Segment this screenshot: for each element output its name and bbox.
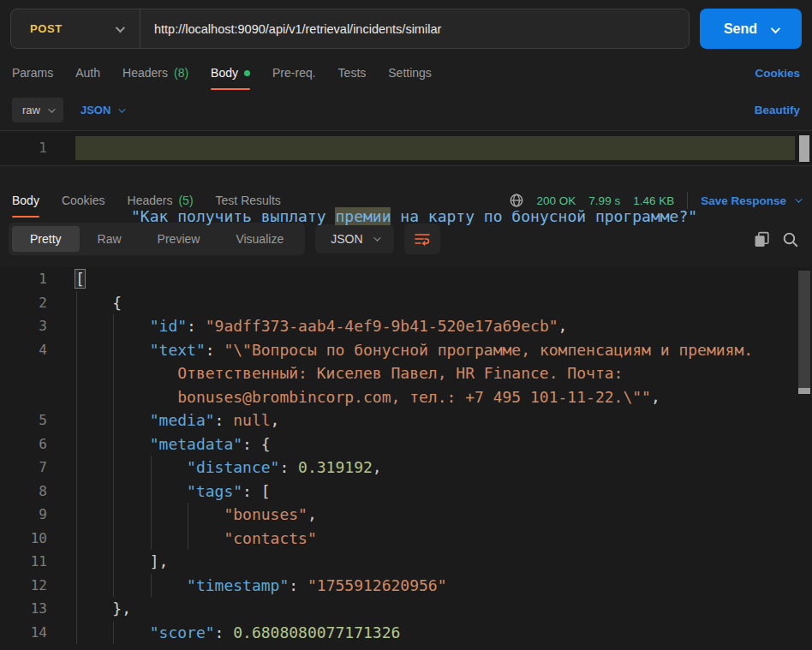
line-number xyxy=(0,385,75,409)
code-line: 14 "score": 0.6808080077171326 xyxy=(0,621,812,645)
tab-test-results[interactable]: Test Results xyxy=(216,183,281,218)
code-line: 9 "bonuses", xyxy=(0,503,812,527)
green-dot-icon xyxy=(244,70,250,76)
tab-body[interactable]: Body xyxy=(211,56,250,90)
chevron-down-icon xyxy=(373,234,380,241)
body-format-dropdown[interactable]: JSON xyxy=(81,104,123,116)
cookies-link[interactable]: Cookies xyxy=(755,67,800,80)
code-text: "timestamp": "1755912620956" xyxy=(75,574,812,598)
line-number: 5 xyxy=(0,408,75,432)
line-number: 1 xyxy=(0,267,75,291)
code-text: "id": "9adff373-aab4-4ef9-9b41-520e17a69… xyxy=(75,314,812,338)
code-text: "score": 0.6808080077171326 xyxy=(75,621,812,645)
save-response-button[interactable]: Save Response xyxy=(701,194,800,207)
tab-params[interactable]: Params xyxy=(12,56,53,90)
chevron-down-icon xyxy=(116,22,125,32)
send-label: Send xyxy=(724,21,757,37)
tab-label: Headers xyxy=(128,194,173,207)
chevron-down-icon xyxy=(795,195,802,202)
tab-response-body[interactable]: Body xyxy=(12,183,39,218)
code-line: bonuses@brombincorp.com, тел.: +7 495 10… xyxy=(0,385,812,409)
tab-label: Headers xyxy=(122,66,168,80)
chevron-down-icon xyxy=(48,105,55,112)
tab-label: Settings xyxy=(388,66,432,80)
tab-label: Body xyxy=(12,194,39,207)
response-scrollbar[interactable] xyxy=(798,267,810,650)
line-number: 7 xyxy=(0,456,75,480)
line-number: 12 xyxy=(0,574,75,598)
code-text: "text": "\"Вопросы по бонусной программе… xyxy=(75,338,812,362)
code-text: "contacts" xyxy=(75,527,812,551)
code-line: 1[ xyxy=(0,267,812,291)
line-number: 10 xyxy=(0,527,75,551)
code-text: ], xyxy=(75,550,812,574)
request-body-editor[interactable]: 1 "Как получить выплату премии на карту … xyxy=(0,130,812,166)
tab-auth[interactable]: Auth xyxy=(75,56,100,90)
code-line: 4 "text": "\"Вопросы по бонусной програм… xyxy=(0,338,812,362)
tab-response-cookies[interactable]: Cookies xyxy=(62,183,105,218)
method-selector[interactable]: POST xyxy=(11,9,140,48)
response-format-label: JSON xyxy=(331,232,362,246)
send-button[interactable]: Send xyxy=(700,9,802,49)
url-container: POST xyxy=(10,9,690,49)
tab-headers[interactable]: Headers (8) xyxy=(122,56,188,90)
code-text: { xyxy=(75,291,812,315)
copy-icon[interactable] xyxy=(754,231,770,247)
method-label: POST xyxy=(30,22,63,35)
code-text: bonuses@brombincorp.com, тел.: +7 495 10… xyxy=(75,385,812,409)
headers-count: (8) xyxy=(174,66,188,80)
chevron-down-icon xyxy=(771,23,780,33)
line-number: 9 xyxy=(0,503,75,527)
line-number: 11 xyxy=(0,550,75,574)
tab-label: Pre-req. xyxy=(272,66,316,80)
body-type-row: raw JSON Beautify xyxy=(0,90,812,130)
body-format-label: JSON xyxy=(81,104,110,116)
code-text: Ответственный: Киселев Павел, HR Finance… xyxy=(75,361,812,385)
response-code[interactable]: 1[2 {3 "id": "9adff373-aab4-4ef9-9b41-52… xyxy=(0,267,812,644)
request-body-line: "Как получить выплату премии на карту по… xyxy=(75,131,812,165)
tab-response-headers[interactable]: Headers (5) xyxy=(128,183,194,218)
code-text: "bonuses", xyxy=(75,503,812,527)
editor-scrollbar[interactable] xyxy=(799,135,809,162)
scrollbar-cap xyxy=(798,388,810,394)
line-number: 8 xyxy=(0,480,75,504)
code-line: 13 }, xyxy=(0,597,812,621)
response-actions xyxy=(754,231,802,247)
code-text: }, xyxy=(75,597,812,621)
code-line: 11 ], xyxy=(0,550,812,574)
code-text: "media": null, xyxy=(75,408,812,432)
line-number: 13 xyxy=(0,597,75,621)
tab-label: Body xyxy=(211,66,238,80)
tab-label: Test Results xyxy=(216,194,281,207)
code-text: "tags": [ xyxy=(75,480,812,504)
code-line: 2 { xyxy=(0,291,812,315)
search-icon[interactable] xyxy=(782,231,798,247)
tab-label: Tests xyxy=(338,66,367,80)
code-text: "distance": 0.319192, xyxy=(75,456,812,480)
code-line: 7 "distance": 0.319192, xyxy=(0,456,812,480)
line-number: 14 xyxy=(0,621,75,645)
line-number: 1 xyxy=(0,131,75,165)
line-number: 3 xyxy=(0,314,75,338)
code-text: [ xyxy=(75,267,812,291)
body-mode-dropdown[interactable]: raw xyxy=(12,98,63,122)
request-tabs: Params Auth Headers (8) Body Pre-req. Te… xyxy=(0,56,812,90)
body-mode-label: raw xyxy=(22,104,40,116)
response-body-panel: 1[2 {3 "id": "9adff373-aab4-4ef9-9b41-52… xyxy=(0,267,812,650)
tab-pre-request[interactable]: Pre-req. xyxy=(272,56,316,90)
beautify-link[interactable]: Beautify xyxy=(755,104,800,116)
view-pretty[interactable]: Pretty xyxy=(12,226,80,252)
postman-window: POST Send Params Auth Headers (8) Body P… xyxy=(0,0,812,650)
tab-settings[interactable]: Settings xyxy=(388,56,432,90)
url-input[interactable] xyxy=(140,9,689,48)
line-number: 6 xyxy=(0,432,75,456)
tab-tests[interactable]: Tests xyxy=(338,56,367,90)
tab-label: Auth xyxy=(75,66,100,80)
code-line: 12 "timestamp": "1755912620956" xyxy=(0,574,812,598)
headers-count: (5) xyxy=(178,194,193,207)
tab-label: Cookies xyxy=(62,194,105,207)
code-line: 10 "contacts" xyxy=(0,527,812,551)
code-line: Ответственный: Киселев Павел, HR Finance… xyxy=(0,361,812,385)
word-highlight: премии xyxy=(335,207,391,225)
scrollbar-thumb[interactable] xyxy=(798,271,810,388)
